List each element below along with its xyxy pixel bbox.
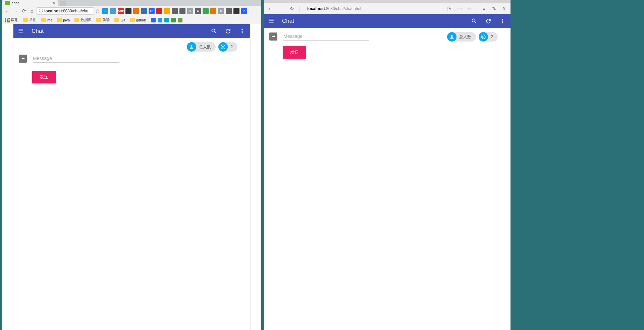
message-input-row: ••• — [13, 52, 250, 63]
app-title: Chat — [282, 18, 294, 24]
chip-avatar-icon — [218, 42, 228, 52]
bookmark-icon[interactable] — [164, 18, 169, 22]
forward-button[interactable]: → — [12, 8, 19, 14]
hamburger-icon[interactable]: ☰ — [269, 17, 274, 25]
svg-point-7 — [484, 36, 485, 37]
extension-icon[interactable]: Z — [241, 8, 247, 14]
folder-icon — [23, 18, 28, 22]
bookmark-folder[interactable]: 前端 — [96, 17, 110, 22]
back-button[interactable]: ← — [4, 8, 11, 14]
app-bar: ☰ Chat — [13, 24, 250, 38]
new-tab-button[interactable] — [60, 1, 66, 6]
extension-icon[interactable]: FE — [149, 8, 155, 14]
bookmarks-bar: 应用 常用 me java 数据库 前端 Git github — [2, 16, 261, 24]
share-icon[interactable]: ⇪ — [501, 5, 507, 12]
more-icon[interactable] — [499, 18, 506, 24]
chip-total[interactable]: 总人数 — [187, 42, 216, 52]
extension-icons: SABPFEV★SZ — [102, 8, 247, 14]
search-icon[interactable] — [471, 18, 478, 24]
refresh-icon[interactable] — [225, 28, 231, 35]
send-button[interactable]: 发送 — [283, 46, 306, 59]
refresh-icon[interactable] — [485, 18, 492, 24]
folder-icon — [130, 18, 135, 22]
extension-icon[interactable]: ABP — [118, 8, 124, 14]
extension-icon[interactable] — [226, 8, 232, 14]
bookmark-folder[interactable]: me — [41, 18, 52, 22]
extension-icon[interactable] — [110, 8, 116, 14]
extension-icon[interactable] — [164, 8, 170, 14]
message-input[interactable] — [283, 32, 369, 41]
back-button[interactable]: ← — [267, 5, 273, 12]
svg-point-1 — [221, 45, 225, 49]
search-icon[interactable] — [211, 28, 217, 35]
reload-button[interactable]: ⟳ — [20, 8, 27, 14]
edge-window: ← → ↻ localhost:8080/chat/chat.html 🇦 ▭ … — [264, 0, 511, 330]
extension-icon[interactable]: ★ — [195, 8, 201, 14]
hamburger-icon[interactable]: ☰ — [18, 27, 23, 35]
notes-icon[interactable]: ✎ — [491, 5, 497, 12]
chip-avatar-icon — [187, 42, 196, 52]
bookmark-icon[interactable] — [158, 18, 162, 22]
browser-tab[interactable]: chat × — [2, 0, 58, 6]
bookmark-icon[interactable] — [151, 18, 156, 22]
chrome-address-bar: ← → ⟳ ⌂ ⓘ localhost:8080/chat/cha... ☆ S… — [2, 6, 261, 16]
bookmark-folder[interactable]: java — [57, 18, 70, 22]
extension-icon[interactable]: V — [187, 8, 193, 14]
bookmark-folder[interactable]: github — [130, 18, 146, 22]
close-tab-icon[interactable]: × — [53, 1, 55, 5]
chrome-menu-icon[interactable]: ⋮ — [255, 8, 259, 14]
svg-point-2 — [222, 46, 223, 47]
folder-icon — [57, 18, 62, 22]
favorite-icon[interactable]: ☆ — [467, 5, 473, 12]
chip-avatar-icon — [447, 32, 457, 42]
chips-row: 总人数 2 — [13, 38, 250, 52]
app-title: Chat — [32, 28, 44, 35]
page-content: ☰ Chat 总人数 2 ••• — [2, 24, 261, 330]
chip-avatar-icon — [479, 32, 488, 42]
bookmark-folder[interactable]: 常用 — [23, 17, 37, 22]
chip-count[interactable]: 2 — [479, 32, 498, 42]
extension-icon[interactable] — [179, 8, 185, 14]
apps-icon — [5, 18, 10, 22]
translate-icon[interactable]: 🇦 — [446, 5, 452, 12]
message-input[interactable] — [33, 54, 119, 63]
chip-total[interactable]: 总人数 — [447, 32, 476, 42]
extension-icon[interactable] — [172, 8, 178, 14]
extension-icon[interactable] — [203, 8, 209, 14]
send-button[interactable]: 发送 — [32, 71, 56, 83]
site-info-icon[interactable]: ⓘ — [39, 8, 43, 14]
chrome-window: chat × ← → ⟳ ⌂ ⓘ localhost:8080/chat/cha… — [2, 0, 261, 330]
extension-icon[interactable] — [133, 8, 139, 14]
forward-button[interactable]: → — [278, 5, 284, 12]
folder-icon — [74, 18, 79, 22]
apps-bookmark[interactable]: 应用 — [5, 17, 18, 22]
page-content: ☰ Chat 总人数 2 ••• — [264, 14, 511, 330]
extension-icon[interactable] — [141, 8, 147, 14]
bookmark-icon[interactable] — [178, 18, 182, 22]
hub-icon[interactable]: ≡ — [481, 5, 487, 12]
address-input[interactable]: ⓘ localhost:8080/chat/cha... — [37, 7, 94, 15]
bookmark-star-icon[interactable]: ☆ — [95, 8, 100, 14]
extension-icon[interactable] — [156, 8, 162, 14]
more-icon[interactable] — [239, 28, 246, 35]
app-bar: ☰ Chat — [264, 14, 511, 28]
bookmark-folder[interactable]: 数据库 — [74, 17, 92, 22]
extension-icon[interactable] — [210, 8, 216, 14]
extension-icon[interactable]: S — [102, 8, 108, 14]
favicon-icon — [5, 1, 10, 5]
svg-point-5 — [481, 35, 485, 39]
svg-point-3 — [224, 46, 224, 47]
extension-icon[interactable] — [233, 8, 239, 14]
extension-icon[interactable]: S — [218, 8, 224, 14]
reading-icon[interactable]: ▭ — [457, 5, 463, 12]
svg-point-4 — [451, 35, 453, 37]
chip-count[interactable]: 2 — [218, 42, 237, 52]
home-button[interactable]: ⌂ — [29, 8, 35, 14]
tab-title: chat — [12, 1, 19, 5]
extension-icon[interactable] — [125, 8, 131, 14]
folder-icon — [114, 18, 119, 22]
bookmark-icon[interactable] — [171, 18, 176, 22]
bookmark-folder[interactable]: Git — [114, 18, 125, 22]
reload-button[interactable]: ↻ — [289, 5, 295, 12]
address-input[interactable]: localhost:8080/chat/chat.html — [305, 6, 442, 11]
